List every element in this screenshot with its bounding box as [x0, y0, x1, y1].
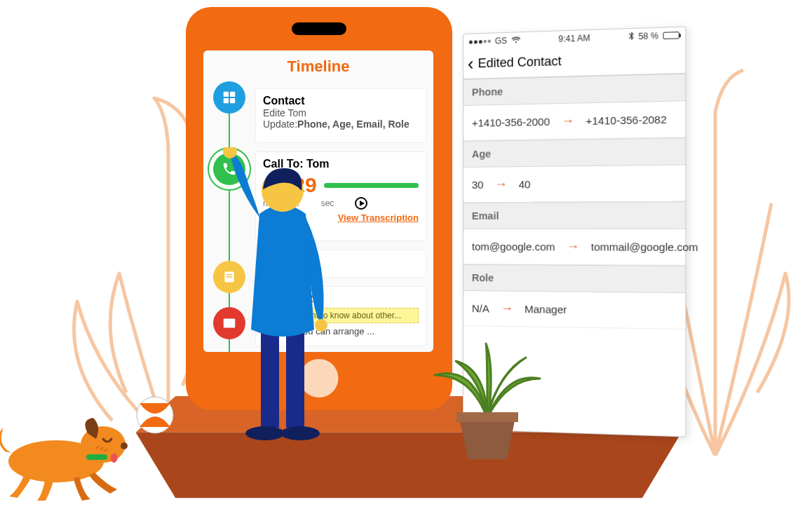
phone-earpiece	[292, 22, 346, 35]
bluetooth-icon	[628, 32, 634, 43]
svg-rect-14	[286, 323, 304, 428]
timeline-title: Timeline	[203, 57, 433, 76]
arrow-icon: →	[501, 301, 513, 316]
svg-point-23	[121, 442, 128, 449]
field-row[interactable]: 30 → 40	[463, 165, 685, 203]
svg-rect-22	[86, 454, 107, 460]
svg-point-12	[137, 397, 173, 433]
svg-rect-6	[230, 98, 235, 103]
section-header: Phone	[463, 74, 685, 106]
arrow-icon: →	[567, 239, 579, 254]
person	[210, 147, 358, 442]
section-header: Role	[463, 264, 685, 293]
old-value: 30	[472, 179, 484, 191]
plant	[431, 337, 543, 463]
dog	[0, 407, 137, 505]
old-value: N/A	[472, 302, 489, 314]
new-value: tommail@google.com	[591, 240, 698, 253]
nav-title: Edited Contact	[478, 54, 562, 72]
svg-point-16	[280, 426, 320, 440]
carrier-label: GS	[495, 36, 507, 46]
new-value: Manager	[525, 303, 567, 315]
contact-update-prefix: Update:	[263, 118, 297, 130]
field-row[interactable]: N/A → Manager	[463, 291, 685, 330]
svg-rect-11	[456, 412, 518, 422]
new-value: 40	[519, 178, 531, 190]
field-row[interactable]: +1410-356-2000 → +1410-356-2082	[463, 101, 685, 141]
battery-percent: 58 %	[638, 31, 658, 41]
section-header: Email	[463, 201, 685, 229]
arrow-icon: →	[561, 114, 574, 129]
svg-rect-3	[224, 92, 229, 97]
back-button[interactable]: ‹	[468, 53, 474, 75]
svg-rect-13	[261, 323, 279, 428]
contact-card[interactable]: Contact Edite Tom Update:Phone, Age, Ema…	[255, 88, 426, 143]
arrow-icon: →	[494, 177, 507, 191]
wifi-icon	[511, 35, 521, 46]
contact-update-fields: Phone, Age, Email, Role	[297, 118, 410, 130]
contact-line1: Edite Tom	[263, 107, 419, 118]
svg-rect-5	[224, 98, 229, 103]
old-value: tom@google.com	[472, 240, 555, 252]
svg-marker-1	[136, 433, 682, 498]
svg-point-18	[315, 319, 327, 332]
ball	[136, 396, 174, 434]
battery-icon	[663, 32, 679, 39]
ios-content: Phone +1410-356-2000 → +1410-356-2082 Ag…	[463, 74, 685, 330]
contact-heading: Contact	[263, 95, 419, 107]
field-row[interactable]: tom@google.com → tommail@google.com	[463, 229, 685, 266]
signal-icon: GS	[469, 35, 521, 46]
contact-icon	[213, 81, 245, 114]
old-value: +1410-356-2000	[472, 116, 550, 129]
svg-marker-10	[459, 417, 515, 459]
svg-point-15	[245, 426, 285, 440]
svg-rect-4	[230, 92, 235, 97]
status-time: 9:41 AM	[558, 33, 590, 44]
new-value: +1410-356-2082	[586, 113, 666, 127]
section-header: Age	[463, 137, 685, 168]
